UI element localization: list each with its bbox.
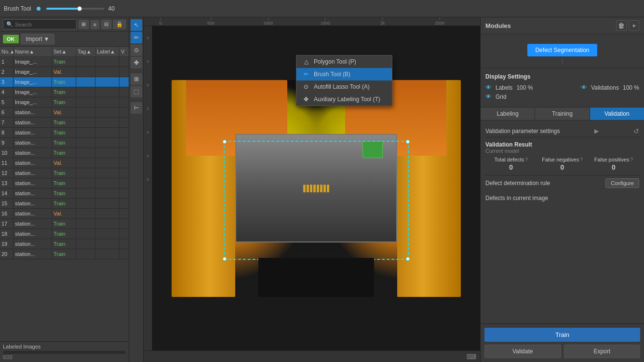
table-row[interactable]: 5 Image_... Train [0,97,129,107]
trash-btn[interactable]: 🗑 [616,20,627,31]
ok-button[interactable]: OK [3,35,19,43]
cell-label [95,138,120,147]
table-row[interactable]: 15 station... Train [0,199,129,209]
cell-tag [76,168,95,178]
table-row[interactable]: 2 Image_... Val. [0,67,129,77]
cell-no: 19 [0,239,13,249]
table-row[interactable]: 9 station... Train [0,138,129,148]
lasso-tool-btn[interactable]: ⊙ [131,44,142,56]
lock-icon-btn[interactable]: 🔒 [113,20,126,29]
validation-result: Validation Result Current model Total de… [485,141,639,171]
cell-set: Train [52,87,76,97]
brush-value: 40 [108,5,114,12]
cell-tag [76,107,95,117]
grid-row: 👁 Grid [485,93,639,100]
total-defects-label: Total defects [495,157,524,162]
import-button[interactable]: Import ▼ [21,34,55,44]
result-title: Validation Result [485,141,639,148]
cell-label [95,148,120,158]
table-row[interactable]: 3 Image_... Train [0,77,129,87]
cell-name: station... [13,168,52,178]
cell-v [120,128,129,137]
cell-set: Train [52,118,76,127]
col-label[interactable]: Label▲ [95,47,120,56]
tab-labeling[interactable]: Labeling [481,107,535,120]
validate-button[interactable]: Validate [484,345,561,358]
train-button[interactable]: Train [484,328,640,342]
cell-label [95,199,120,208]
export-button[interactable]: Export [564,345,641,358]
search-box[interactable]: 🔍 Search [3,19,77,29]
table-row[interactable]: 18 station... Train [0,229,129,239]
col-v[interactable]: V [120,47,129,56]
tab-training[interactable]: Training [535,107,590,120]
menu-item-auxiliary[interactable]: ✤ Auxiliary Labeling Tool (T) [296,93,392,106]
table-row[interactable]: 19 station... Train [0,239,129,249]
brush-size-slider[interactable] [46,8,104,10]
left-top-bar: 🔍 Search ⊞ ≡ ⊟ 🔒 [0,17,129,32]
table-row[interactable]: 1 Image_... Train [0,57,129,67]
validations-eye-icon[interactable]: 👁 [581,84,587,91]
menu-item-polygon[interactable]: △ Polygon Tool (P) [296,55,392,68]
table-row[interactable]: 12 station... Train [0,168,129,178]
cell-label [95,249,120,259]
auxiliary-menu-icon: ✤ [302,96,310,103]
param-history-icon[interactable]: ↺ [633,127,639,135]
total-defects-help[interactable]: ? [525,157,528,162]
false-positives-help[interactable]: ? [630,157,633,162]
ruler-left: 0 3 0 3 0 3 0 [144,26,152,350]
display-settings-title: Display Settings [485,73,639,80]
tab-validation[interactable]: Validation [590,107,644,120]
col-set[interactable]: Set▲ [52,47,76,56]
cell-set: Train [52,219,76,228]
filter-icon-btn[interactable]: ⊞ [79,20,89,29]
grid-icon-btn[interactable]: ⊟ [101,20,111,29]
cell-tag [76,128,95,137]
cell-tag [76,138,95,147]
canvas-main[interactable]: △ Polygon Tool (P) ✏ Brush Tool (B) ⊙ Au… [152,26,480,350]
table-row[interactable]: 10 station... Train [0,148,129,158]
table-row[interactable]: 20 station... Train [0,249,129,259]
table-row[interactable]: 16 station... Val. [0,209,129,219]
measure-tool-btn[interactable]: ⊢ [131,102,142,114]
table-row[interactable]: 13 station... Train [0,178,129,188]
table-row[interactable]: 8 station... Train [0,128,129,138]
table-row[interactable]: 4 Image_... Train [0,87,129,97]
table-row[interactable]: 14 station... Train [0,188,129,199]
menu-item-autofill[interactable]: ⊙ Autofill Lasso Tool (A) [296,80,392,93]
table-row[interactable]: 7 station... Train [0,118,129,128]
cell-no: 10 [0,148,13,158]
grid-eye-icon[interactable]: 👁 [485,93,492,100]
cell-set: Train [52,229,76,239]
cell-v [120,219,129,228]
list-icon-btn[interactable]: ≡ [91,20,99,29]
col-name[interactable]: Name▲ [13,47,52,56]
param-arrow-icon[interactable]: ▶ [594,128,599,134]
menu-item-brush[interactable]: ✏ Brush Tool (B) [296,68,392,80]
keyboard-icon[interactable]: ⌨ [467,353,476,361]
cell-set: Val. [52,107,76,117]
labels-row: 👁 Labels 100 % 👁 Validations 100 % [485,84,639,91]
cell-no: 20 [0,249,13,259]
false-negatives-help[interactable]: ? [580,157,583,162]
brush-tool-btn[interactable]: ✏ [131,32,142,43]
table-row[interactable]: 17 station... Train [0,219,129,229]
autofill-tool-label: Autofill Lasso Tool (A) [314,83,370,90]
add-module-btn[interactable]: + [629,20,639,31]
configure-button[interactable]: Configure [605,178,639,188]
defect-seg-button[interactable]: Defect Segmentation [527,44,597,56]
aux-tool-btn[interactable]: ✤ [131,57,142,68]
col-no[interactable]: No.▲ [0,47,13,56]
left-bottom: Labeled Images 0/20 [0,341,129,362]
cell-no: 15 [0,199,13,208]
cell-no: 11 [0,158,13,168]
transform-tool-btn[interactable]: ⊞ [131,73,142,85]
table-row[interactable]: 11 station... Val. [0,158,129,168]
cell-no: 9 [0,138,13,147]
table-row[interactable]: 6 station... Val. [0,107,129,118]
progress-bar [3,351,126,354]
cursor-tool-btn[interactable]: ↖ [131,19,142,31]
labels-eye-icon[interactable]: 👁 [485,84,492,91]
col-tag[interactable]: Tag▲ [76,47,95,56]
select-rect-tool-btn[interactable]: ⬚ [131,86,142,97]
